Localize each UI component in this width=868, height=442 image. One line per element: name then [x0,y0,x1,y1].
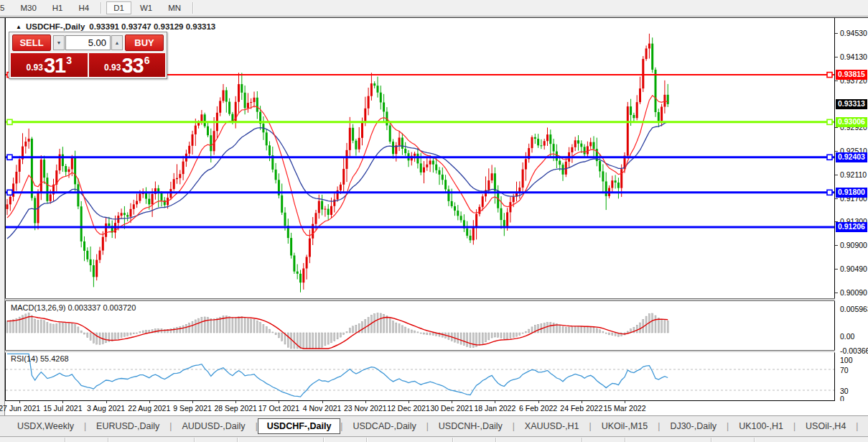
macd-axis-label: 0.005963 [840,305,868,313]
price-badge: 0.91800 [836,188,867,198]
tab-usdchf-daily[interactable]: USDCHF-,Daily [258,418,341,434]
timeframe-button-5[interactable]: 5 [0,1,11,14]
status-bar [0,436,868,442]
sell-price-display[interactable]: 0.93 31 3 [11,53,88,77]
volume-field[interactable]: 5.00 [65,35,111,50]
timeframe-button-d1[interactable]: D1 [106,1,131,14]
statusbar-pane-separator [366,438,368,442]
rsi-panel[interactable]: RSI(14) 55.4268 [6,352,834,400]
price-chart-panel[interactable]: ▲ USDCHF-,Daily 0.93391 0.93747 0.93129 … [6,19,834,298]
tab-dj30-daily[interactable]: DJ30-,Daily [660,419,727,433]
statusbar-pane-separator [65,438,66,442]
date-tick [62,401,63,403]
sell-button[interactable]: SELL [12,34,51,51]
chart-window: ▲ USDCHF-,Daily 0.93391 0.93747 0.93129 … [0,17,868,442]
price-badge: 0.91206 [836,222,867,232]
date-tick [365,401,366,403]
rsi-axis-label: 70 [840,366,849,374]
date-label: 24 Feb 2022 [560,404,602,413]
date-label: 27 Jun 2021 [0,404,40,413]
tab-usdx-weekly[interactable]: USDX,Weekly [7,419,84,433]
volume-increase-button[interactable]: ▲ [111,35,123,50]
date-label: 17 Oct 2021 [258,404,299,413]
rsi-canvas[interactable] [6,352,834,400]
macd-histogram [6,313,668,349]
tab-ukoil-m15[interactable]: UKOil-,M15 [592,419,658,433]
one-click-trade-panel: SELL ▼ 5.00 ▲ BUY 0.93 31 3 0.93 33 6 [9,32,167,79]
sell-price-pip: 3 [66,55,72,66]
axis-tick [835,57,838,57]
tab-usdcad-daily[interactable]: USDCAD-,Daily [342,419,426,433]
statusbar-pane-separator [452,438,454,442]
volume-decrease-button[interactable]: ▼ [53,35,65,50]
rsi-label: RSI(14) 55.4268 [11,354,69,363]
buy-button[interactable]: BUY [125,34,164,51]
date-axis[interactable]: 27 Jun 202115 Jul 20213 Aug 202122 Aug 2… [5,401,868,415]
statusbar-pane-separator [711,438,712,442]
buy-price-pip: 6 [144,55,150,66]
date-label: 15 Jul 2021 [43,404,82,413]
buy-price-big: 33 [121,56,143,75]
statusbar-pane-separator [108,438,109,442]
timeframe-button-m30[interactable]: M30 [13,1,43,14]
level-line-handle[interactable] [7,119,12,124]
date-tick [235,401,236,403]
level-line-handle[interactable] [7,190,12,195]
chart-tab-bar: USDX,Weekly|EURUSD-,Daily|AUDUSD-,Daily|… [0,415,868,436]
macd-panel[interactable]: MACD(13,26,9) 0.003337 0.003720 [6,301,834,350]
price-badge: 0.93313 [836,99,867,109]
buy-price-display[interactable]: 0.93 33 6 [89,53,166,77]
level-line-handle[interactable] [827,119,832,124]
tab-hk50-daily[interactable]: HK50-,Daily [858,419,868,433]
statusbar-pane-separator [323,438,325,442]
timeframe-button-h4[interactable]: H4 [71,1,96,14]
level-line-handle[interactable] [827,190,832,195]
price-axis[interactable]: 0.945300.941300.937200.929200.925100.921… [835,18,868,401]
tab-xauusd-h1[interactable]: XAUUSD-,H1 [515,419,589,433]
macd-axis-label: 0.00 [840,332,854,341]
timeframe-button-h1[interactable]: H1 [45,1,70,14]
macd-label: MACD(13,26,9) 0.003337 0.003720 [11,303,136,312]
chart-title: ▲ USDCHF-,Daily 0.93391 0.93747 0.93129 … [16,22,215,31]
tab-uk100-h1[interactable]: UK100-,H1 [729,419,793,433]
window-border-top [0,17,868,18]
axis-tick [835,127,838,128]
date-tick [495,401,495,403]
macd-axis-label: -0.003664 [840,346,868,355]
buy-price-prefix: 0.93 [104,63,121,73]
axis-tick [835,245,838,246]
axis-tick [835,175,838,175]
date-tick [19,401,20,403]
date-tick [538,401,539,403]
date-label: 23 Nov 2021 [344,404,387,413]
tab-usdcnh-daily[interactable]: USDCNH-,Daily [429,419,513,433]
level-line-handle[interactable] [827,73,832,78]
date-label: 22 Aug 2021 [128,404,170,413]
chart-symbol-timeframe: USDCHF-,Daily [26,22,85,31]
date-label: 12 Dec 2021 [387,404,430,413]
level-line-handle[interactable] [7,155,12,160]
statusbar-pane-separator [754,438,755,442]
tab-usoil-h4[interactable]: USOil-,H4 [795,419,856,433]
date-label: 6 Feb 2022 [519,404,557,413]
statusbar-pane-separator [625,438,626,442]
tab-eurusd-daily[interactable]: EURUSD-,Daily [86,419,169,433]
date-tick [279,401,279,403]
timeframe-button-mn[interactable]: MN [161,1,188,14]
volume-stepper: ▼ 5.00 ▲ [53,35,123,50]
date-tick [452,401,452,403]
rsi-axis-label: 100 [840,356,853,364]
date-tick [322,401,323,403]
sell-price-big: 31 [44,56,65,75]
axis-tick-label: 0.90490 [840,264,867,273]
statusbar-pane-separator [495,438,497,442]
axis-tick-label: 0.90090 [840,288,867,297]
date-label: 15 Mar 2022 [604,404,646,413]
tab-audusd-daily[interactable]: AUDUSD-,Daily [172,419,255,433]
timeframe-button-w1[interactable]: W1 [133,1,159,14]
timeframe-toolbar: 5M30H1H4D1W1MN [0,0,868,17]
collapse-triangle-icon[interactable]: ▲ [16,24,22,30]
level-line-handle[interactable] [827,155,832,160]
axis-tick-label: 0.94130 [840,52,867,61]
date-tick [149,401,150,403]
